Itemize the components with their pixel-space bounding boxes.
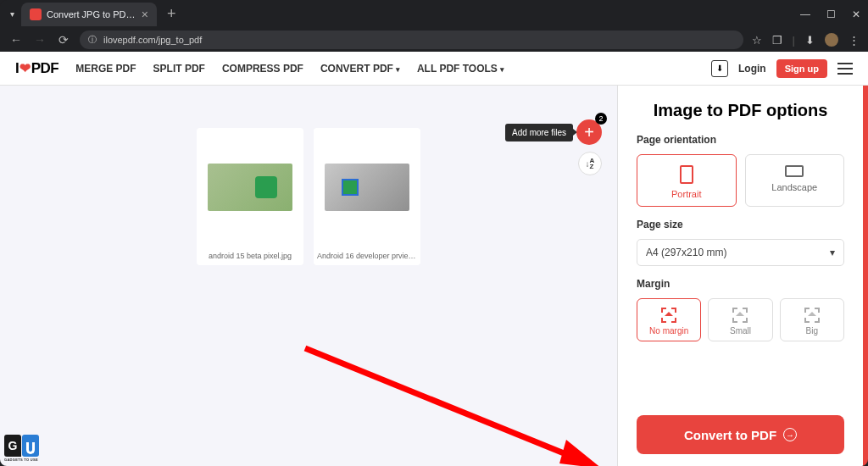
login-link[interactable]: Login	[738, 63, 766, 75]
logo[interactable]: I❤PDF	[15, 60, 58, 77]
landscape-icon	[785, 165, 804, 177]
close-icon[interactable]: ×	[142, 8, 148, 21]
close-window-icon[interactable]: ✕	[851, 8, 861, 20]
svg-marker-1	[559, 440, 602, 466]
options-panel: Image to PDF options Page orientation Po…	[617, 86, 863, 466]
convert-button[interactable]: Convert to PDF →	[637, 415, 844, 454]
orientation-landscape[interactable]: Landscape	[745, 154, 845, 207]
site-info-icon[interactable]: ⓘ	[88, 34, 97, 46]
favicon-icon	[30, 8, 42, 20]
arrow-annotation	[297, 340, 619, 466]
nav-compress[interactable]: COMPRESS PDF	[222, 63, 303, 75]
scrollbar[interactable]	[863, 86, 868, 466]
browser-tab-bar: ▾ Convert JPG to PDF. Images JP... × + —…	[0, 0, 868, 28]
arrow-right-icon: →	[783, 428, 797, 441]
extensions-icon[interactable]: ❐	[772, 34, 782, 47]
tab-title: Convert JPG to PDF. Images JP...	[47, 9, 136, 19]
chevron-down-icon: ▾	[830, 247, 835, 258]
address-bar[interactable]: ⓘ ilovepdf.com/jpg_to_pdf	[80, 31, 743, 49]
chevron-down-icon: ▾	[396, 65, 400, 74]
back-icon[interactable]: ←	[8, 33, 24, 47]
sort-button[interactable]: ↓AZ	[578, 152, 602, 175]
page-size-select[interactable]: A4 (297x210 mm) ▾	[637, 239, 844, 266]
file-name: android 15 beta pixel.jpg	[197, 247, 303, 265]
forward-icon: →	[32, 33, 47, 47]
file-thumbnail[interactable]: Android 16 developer prview.j...	[314, 128, 420, 265]
signup-button[interactable]: Sign up	[776, 59, 827, 78]
browser-toolbar: ← → ⟳ ⓘ ilovepdf.com/jpg_to_pdf ☆ ❐ | ⬇ …	[0, 28, 868, 52]
thumbnail-preview	[197, 128, 303, 247]
thumbnail-preview	[314, 128, 420, 247]
tab-dropdown-icon[interactable]: ▾	[10, 9, 14, 19]
margin-label: Margin	[637, 278, 844, 290]
nav-all-tools[interactable]: ALL PDF TOOLS▾	[417, 63, 504, 75]
reload-icon[interactable]: ⟳	[56, 33, 71, 47]
nav-split[interactable]: SPLIT PDF	[153, 63, 205, 75]
margin-none[interactable]: No margin	[637, 298, 701, 341]
margin-big[interactable]: Big	[780, 298, 844, 341]
portrait-icon	[680, 165, 693, 184]
add-files-tooltip: Add more files	[505, 124, 573, 141]
download-icon[interactable]: ⬇	[805, 34, 815, 47]
browser-tab[interactable]: Convert JPG to PDF. Images JP... ×	[21, 3, 157, 26]
heart-icon: ❤	[19, 60, 31, 76]
page-size-label: Page size	[637, 219, 844, 230]
file-count-badge: 2	[595, 113, 607, 125]
menu-icon[interactable]: ⋮	[849, 34, 860, 47]
workspace-canvas: android 15 beta pixel.jpg Android 16 dev…	[0, 86, 617, 466]
orientation-label: Page orientation	[637, 134, 844, 146]
margin-small[interactable]: Small	[708, 298, 772, 341]
chevron-down-icon: ▾	[500, 65, 504, 74]
file-thumbnail[interactable]: android 15 beta pixel.jpg	[197, 128, 303, 265]
file-name: Android 16 developer prview.j...	[314, 247, 420, 265]
site-header: I❤PDF MERGE PDF SPLIT PDF COMPRESS PDF C…	[0, 52, 868, 86]
maximize-icon[interactable]: ☐	[826, 8, 836, 20]
new-tab-button[interactable]: +	[162, 5, 181, 23]
minimize-icon[interactable]: —	[800, 8, 810, 20]
svg-line-0	[305, 348, 576, 458]
profile-icon[interactable]	[825, 33, 838, 47]
panel-title: Image to PDF options	[637, 101, 844, 120]
watermark: G GADGETS TO USE	[4, 435, 57, 462]
nav-convert[interactable]: CONVERT PDF▾	[320, 63, 400, 75]
url-text: ilovepdf.com/jpg_to_pdf	[103, 35, 202, 45]
menu-icon[interactable]	[837, 63, 853, 75]
nav-merge[interactable]: MERGE PDF	[75, 63, 136, 75]
desktop-app-icon[interactable]: ⬇	[711, 60, 728, 77]
orientation-portrait[interactable]: Portrait	[637, 154, 737, 207]
divider: |	[793, 34, 795, 47]
add-files-button[interactable]: 2 +	[576, 119, 602, 145]
bookmark-icon[interactable]: ☆	[752, 34, 762, 47]
